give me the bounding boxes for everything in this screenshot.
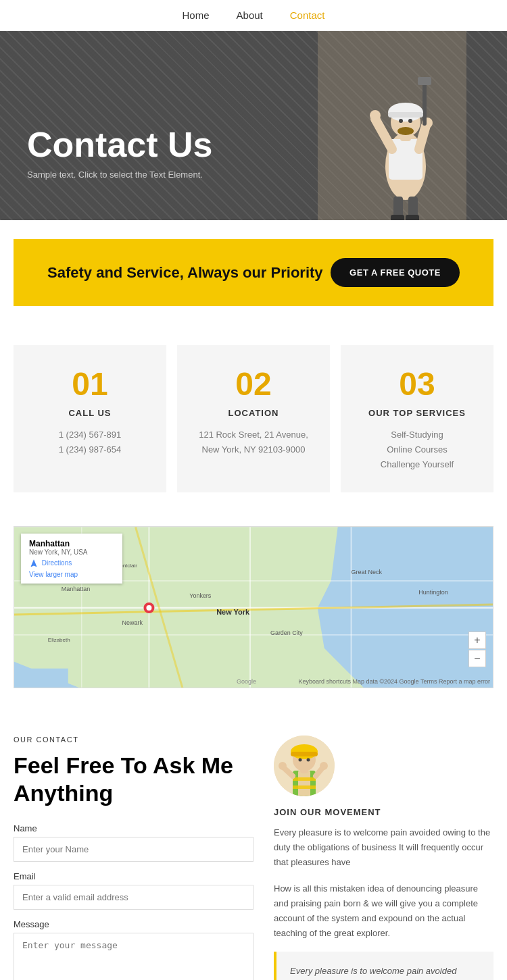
svg-point-15 (397, 127, 414, 135)
worker-avatar (274, 736, 335, 796)
email-input[interactable] (14, 885, 254, 910)
worker-illustration (318, 31, 466, 220)
email-form-group: Email (14, 871, 254, 910)
name-form-group: Name (14, 823, 254, 862)
join-para-2: How is all this mistaken idea of denounc… (274, 881, 493, 941)
our-contact-label: OUR CONTACT (14, 736, 254, 744)
svg-rect-49 (293, 785, 316, 789)
svg-rect-53 (291, 752, 318, 756)
card-title-3: OUR TOP SERVICES (354, 408, 480, 418)
cards-row: 01 CALL US 1 (234) 567-891 1 (234) 987-6… (14, 345, 493, 492)
svg-line-4 (419, 126, 426, 149)
contact-section: OUR CONTACT Feel Free To Ask Me Anything… (0, 715, 507, 980)
map-info-overlay: Manhattan New York, NY, USA Directions V… (21, 534, 122, 584)
navigation: Home About Contact (0, 0, 507, 31)
card-title-2: LOCATION (191, 408, 316, 418)
svg-rect-8 (418, 77, 431, 85)
svg-point-58 (279, 762, 287, 770)
map-location-name: Manhattan (29, 539, 114, 548)
promo-banner: Safety and Service, Always our Priority … (14, 239, 493, 306)
svg-rect-23 (14, 669, 68, 688)
contact-right-area: JOIN OUR MOVEMENT Every pleasure is to w… (274, 736, 493, 980)
hero-text-block: Contact Us Sample text. Click to select … (27, 126, 212, 180)
svg-text:Elizabeth: Elizabeth (48, 637, 70, 643)
svg-point-43 (146, 605, 151, 611)
join-title: JOIN OUR MOVEMENT (274, 807, 493, 817)
contact-heading: Feel Free To Ask Me Anything (14, 752, 254, 807)
svg-text:Great Neck: Great Neck (352, 569, 383, 575)
map-zoom-controls: + − (468, 631, 486, 667)
card-title-1: CALL US (27, 408, 153, 418)
email-label: Email (14, 871, 254, 881)
map-directions-button[interactable]: Directions (29, 559, 72, 568)
svg-rect-47 (298, 771, 310, 796)
svg-rect-19 (406, 215, 419, 220)
message-form-group: Message (14, 919, 254, 980)
card-number-3: 03 (354, 365, 480, 403)
nav-home[interactable]: Home (183, 9, 210, 21)
card-info-3: Self-Studying Online Courses Challenge Y… (354, 428, 480, 472)
card-services: 03 OUR TOP SERVICES Self-Studying Online… (341, 345, 493, 492)
hero-title: Contact Us (27, 126, 212, 164)
svg-text:Garden City: Garden City (270, 629, 303, 636)
svg-text:Google: Google (237, 678, 256, 685)
svg-point-5 (370, 110, 381, 121)
map-zoom-in-button[interactable]: + (468, 631, 486, 649)
svg-text:Manhattan: Manhattan (62, 586, 90, 592)
svg-text:Yonkers: Yonkers (189, 592, 212, 599)
svg-text:Newark: Newark (122, 619, 143, 626)
quote-box: Every pleasure is to welcome pain avoide… (274, 952, 493, 980)
card-info-1: 1 (234) 567-891 1 (234) 987-654 (27, 428, 153, 457)
name-input[interactable] (14, 837, 254, 862)
info-cards-section: 01 CALL US 1 (234) 567-891 1 (234) 987-6… (0, 325, 507, 526)
card-number-2: 02 (191, 365, 316, 403)
svg-point-14 (408, 119, 412, 123)
hero-subtitle: Sample text. Click to select the Text El… (27, 170, 212, 180)
message-textarea[interactable] (14, 933, 254, 980)
svg-point-54 (299, 758, 302, 762)
map-location-sub: New York, NY, USA (29, 548, 114, 556)
message-label: Message (14, 919, 254, 929)
svg-rect-7 (422, 78, 427, 126)
svg-point-13 (399, 119, 403, 123)
contact-form-area: OUR CONTACT Feel Free To Ask Me Anything… (14, 736, 254, 980)
nav-about[interactable]: About (237, 9, 263, 21)
free-quote-button[interactable]: GET A FREE QUOTE (331, 258, 460, 287)
svg-rect-48 (293, 777, 316, 781)
map-section: Manhattan Yonkers New York Newark Garden… (0, 526, 507, 715)
map-footer-text: Keyboard shortcuts Map data ©2024 Google… (298, 678, 490, 685)
join-para-1: Every pleasure is to welcome pain avoide… (274, 825, 493, 870)
name-label: Name (14, 823, 254, 833)
svg-text:Huntington: Huntington (418, 589, 448, 596)
svg-point-55 (307, 758, 310, 762)
map-zoom-out-button[interactable]: − (468, 650, 486, 667)
card-number-1: 01 (27, 365, 153, 403)
hero-section: Contact Us Sample text. Click to select … (0, 31, 507, 220)
svg-rect-18 (391, 215, 404, 220)
quote-text: Every pleasure is to welcome pain avoide… (290, 964, 480, 980)
card-info-2: 121 Rock Sreet, 21 Avenue, New York, NY … (191, 428, 316, 457)
nav-contact[interactable]: Contact (290, 9, 325, 21)
map-container[interactable]: Manhattan Yonkers New York Newark Garden… (14, 526, 493, 688)
card-location: 02 LOCATION 121 Rock Sreet, 21 Avenue, N… (177, 345, 330, 492)
svg-point-59 (320, 762, 328, 770)
svg-rect-12 (388, 112, 423, 118)
map-larger-link[interactable]: View larger map (29, 571, 114, 578)
card-call-us: 01 CALL US 1 (234) 567-891 1 (234) 987-6… (14, 345, 166, 492)
banner-heading: Safety and Service, Always our Priority (47, 264, 323, 282)
svg-text:New York: New York (216, 608, 250, 616)
